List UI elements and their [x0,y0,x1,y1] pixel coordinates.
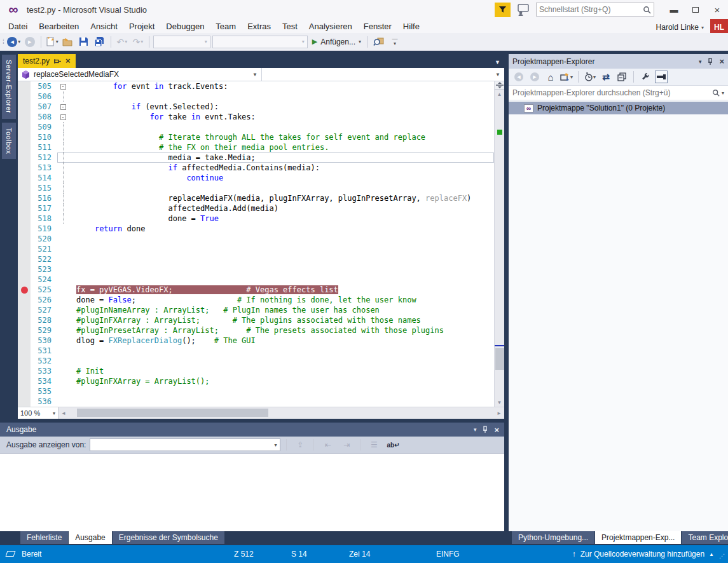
code-line[interactable]: done = True [69,214,494,224]
code-line[interactable]: affectedMedia.Add(media) [69,203,494,214]
menu-item-debuggen[interactable]: Debuggen [160,19,210,33]
code-line[interactable]: for evnt in track.Events: [69,81,494,92]
se-collapse-all-button[interactable] [615,71,628,83]
code-line[interactable] [69,346,494,356]
horizontal-scrollbar[interactable] [69,407,494,419]
se-properties-button[interactable] [639,71,652,83]
breakpoint-dot[interactable] [21,287,28,294]
code-line[interactable] [69,234,494,244]
menu-item-team[interactable]: Team [210,19,242,33]
bottom-tab-ergebnisse-der-symbolsuche[interactable]: Ergebnisse der Symbolsuche [113,531,224,544]
breakpoint-margin[interactable] [18,214,31,224]
navigate-back-button[interactable]: ◄▾ [7,35,21,49]
panel-tab-projektmappen-exp[interactable]: Projektmappen-Exp... [595,531,681,544]
code-line[interactable]: #plugInPresetArray : ArrayList; # The pr… [69,325,494,336]
breakpoint-margin[interactable] [18,132,31,142]
find-message-button[interactable]: ⇪ [292,438,308,451]
code-line[interactable]: for take in evnt.Takes: [69,112,494,122]
solution-search-input[interactable] [512,88,712,97]
member-dropdown[interactable]: replaceSelectedMediaFX ▼ [18,68,262,81]
code-line[interactable] [69,356,494,366]
horizontal-scroll-thumb[interactable] [77,409,268,417]
breakpoint-margin[interactable] [18,295,31,305]
breakpoint-margin[interactable] [18,112,31,122]
breakpoint-margin[interactable] [18,224,31,234]
se-pending-changes-filter-button[interactable]: ▾ [584,71,596,83]
side-tab-server-explorer[interactable]: Server-Explorer [2,55,16,119]
vertical-scrollbar[interactable]: ▲ ▼ [494,81,504,407]
breakpoint-margin[interactable] [18,234,31,244]
output-content[interactable] [0,453,504,531]
code-line[interactable]: #plugInNameArray : ArrayList; # PlugIn n… [69,305,494,315]
breakpoint-margin[interactable] [18,122,31,132]
code-line[interactable] [69,122,494,132]
breakpoint-margin[interactable] [18,325,31,336]
breakpoint-margin[interactable] [18,92,31,102]
document-well-dropdown-icon[interactable]: ▼ [495,59,500,65]
se-switch-views-button[interactable]: ▾ [560,71,573,83]
code-line[interactable] [69,386,494,397]
close-button[interactable]: × [706,1,728,18]
code-line[interactable]: done = False; # If nothing is done, let … [69,295,494,305]
new-file-button[interactable]: ▾ [45,35,59,49]
panel-tab-team-explorer[interactable]: Team Explorer [682,531,728,544]
feedback-filter-icon[interactable] [495,3,511,17]
toolbar-overflow-button[interactable]: —▾ [388,35,402,49]
scroll-up-arrow[interactable]: ▲ [495,90,504,98]
breakpoint-margin[interactable] [18,264,31,275]
code-line[interactable]: media = take.Media; [69,153,494,163]
editor-splitter-handle[interactable] [495,81,504,90]
se-forward-button[interactable]: ► [528,71,541,83]
scroll-down-arrow[interactable]: ▼ [495,398,504,407]
menu-item-analysieren[interactable]: Analysieren [303,19,358,33]
breakpoint-margin[interactable] [18,275,31,285]
se-home-button[interactable]: ⌂ [544,71,557,83]
breakpoint-margin[interactable] [18,336,31,346]
code-line[interactable] [69,254,494,264]
save-button[interactable] [77,35,91,49]
undo-button[interactable]: ↶▾ [115,35,129,49]
menu-item-bearbeiten[interactable]: Bearbeiten [33,19,85,33]
menu-item-projekt[interactable]: Projekt [123,19,160,33]
solution-configurations-combo[interactable]: ▾ [212,36,308,48]
quick-launch-search[interactable] [536,3,654,17]
minimize-button[interactable]: ▬ [663,1,685,18]
menu-item-extras[interactable]: Extras [242,19,277,33]
attach-button[interactable]: ▶ Anfügen... ▾ [310,35,364,49]
code-line[interactable] [69,183,494,193]
menu-item-ansicht[interactable]: Ansicht [85,19,123,33]
code-editor[interactable]: 505- for evnt in track.Events:506507- if… [18,81,504,407]
document-tab[interactable]: test2.py × [18,54,76,68]
code-line[interactable]: if affectedMedia.Contains(media): [69,163,494,173]
menu-item-datei[interactable]: Datei [3,19,33,33]
breakpoint-margin[interactable] [18,315,31,325]
quick-launch-input[interactable] [539,5,643,14]
side-tab-toolbox[interactable]: Toolbox [2,123,16,159]
maximize-button[interactable] [685,1,706,18]
account-dropdown-icon[interactable]: ▾ [701,25,704,31]
menu-item-test[interactable]: Test [277,19,303,33]
pin-tab-icon[interactable] [54,58,61,65]
save-all-button[interactable] [93,35,107,49]
solution-explorer-header[interactable]: Projektmappen-Explorer ▾ × [509,54,728,69]
code-line[interactable]: #plugInFXArray : ArrayList; # The plugin… [69,315,494,325]
pin-window-icon[interactable] [482,426,488,433]
breakpoint-margin[interactable] [18,244,31,254]
bottom-tab-ausgabe[interactable]: Ausgabe [69,531,111,544]
code-line[interactable] [69,397,494,407]
breakpoint-margin[interactable] [18,356,31,366]
se-sync-with-active-document-button[interactable]: ⇄ [600,71,612,83]
breakpoint-margin[interactable] [18,193,31,203]
breakpoint-margin[interactable] [18,102,31,112]
window-position-dropdown-icon[interactable]: ▾ [474,426,477,433]
previous-message-button[interactable]: ⇤ [320,438,335,451]
breakpoint-margin[interactable] [18,173,31,183]
breakpoint-margin[interactable] [18,153,31,163]
close-tab-icon[interactable]: × [65,57,71,65]
pin-window-icon[interactable] [707,58,713,65]
breakpoint-margin[interactable] [18,142,31,153]
word-wrap-button[interactable]: ab↵ [385,438,401,451]
code-line[interactable] [69,244,494,254]
type-dropdown[interactable]: ▼ [262,68,504,81]
code-line[interactable]: # Init [69,366,494,376]
